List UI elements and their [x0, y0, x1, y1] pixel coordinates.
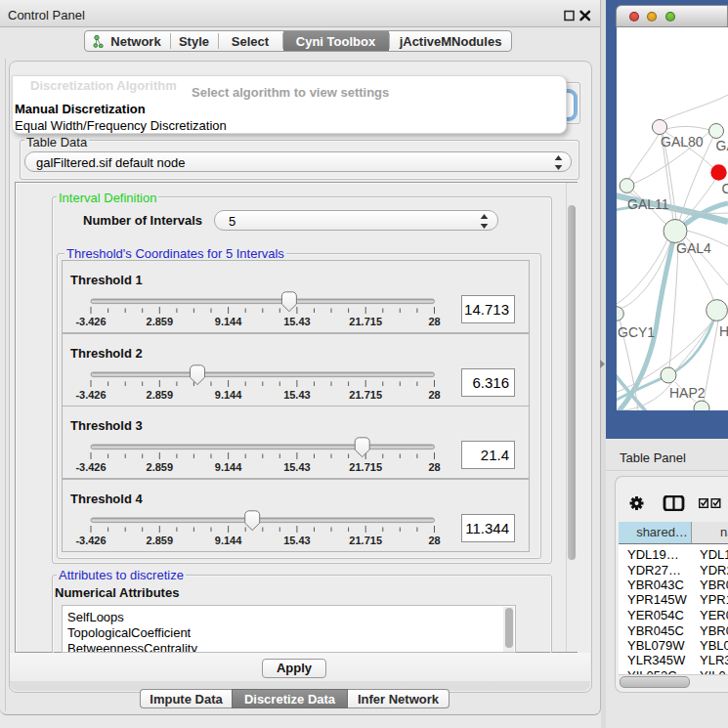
svg-text:GA: GA	[716, 138, 728, 153]
svg-text:H: H	[719, 323, 728, 339]
svg-text:GAL80: GAL80	[661, 134, 704, 150]
svg-text:C: C	[722, 181, 728, 196]
svg-text:GAL11: GAL11	[627, 196, 669, 212]
svg-text:GCY1: GCY1	[618, 324, 655, 340]
svg-text:HAP2: HAP2	[669, 385, 706, 401]
svg-text:GAL4: GAL4	[676, 240, 711, 256]
